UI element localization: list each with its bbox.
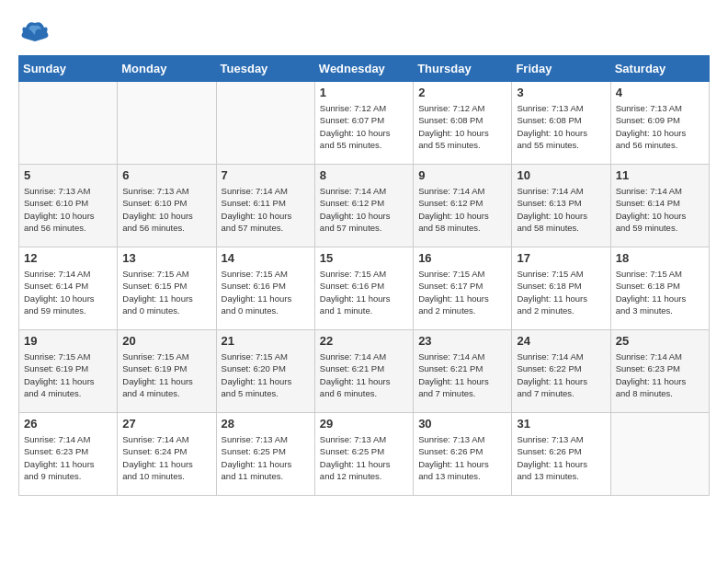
day-info: Sunrise: 7:14 AM Sunset: 6:12 PM Dayligh… — [418, 185, 506, 234]
day-number: 29 — [320, 417, 408, 431]
day-info: Sunrise: 7:14 AM Sunset: 6:13 PM Dayligh… — [517, 185, 605, 234]
calendar-cell: 8Sunrise: 7:14 AM Sunset: 6:12 PM Daylig… — [314, 165, 413, 247]
day-number: 30 — [418, 417, 506, 431]
day-info: Sunrise: 7:13 AM Sunset: 6:26 PM Dayligh… — [517, 433, 605, 482]
calendar-cell: 13Sunrise: 7:15 AM Sunset: 6:15 PM Dayli… — [118, 247, 216, 330]
day-number: 27 — [122, 417, 210, 431]
day-info: Sunrise: 7:13 AM Sunset: 6:25 PM Dayligh… — [320, 433, 408, 482]
calendar-cell: 15Sunrise: 7:15 AM Sunset: 6:16 PM Dayli… — [314, 247, 413, 330]
calendar-cell: 12Sunrise: 7:14 AM Sunset: 6:14 PM Dayli… — [19, 247, 118, 330]
day-info: Sunrise: 7:14 AM Sunset: 6:21 PM Dayligh… — [418, 350, 506, 399]
header — [18, 18, 710, 46]
day-number: 20 — [122, 334, 210, 348]
day-number: 12 — [24, 251, 112, 265]
day-info: Sunrise: 7:13 AM Sunset: 6:25 PM Dayligh… — [222, 433, 310, 482]
day-info: Sunrise: 7:15 AM Sunset: 6:19 PM Dayligh… — [122, 350, 210, 399]
logo-icon — [21, 18, 49, 46]
day-number: 21 — [222, 334, 310, 348]
calendar-cell: 23Sunrise: 7:14 AM Sunset: 6:21 PM Dayli… — [414, 330, 512, 413]
day-number: 6 — [122, 168, 210, 182]
day-number: 1 — [320, 86, 408, 99]
weekday-header-tuesday: Tuesday — [216, 56, 314, 82]
day-info: Sunrise: 7:14 AM Sunset: 6:23 PM Dayligh… — [616, 350, 704, 399]
day-info: Sunrise: 7:14 AM Sunset: 6:22 PM Dayligh… — [517, 350, 605, 399]
day-info: Sunrise: 7:15 AM Sunset: 6:15 PM Dayligh… — [122, 268, 210, 316]
day-info: Sunrise: 7:14 AM Sunset: 6:23 PM Dayligh… — [24, 433, 112, 482]
day-info: Sunrise: 7:15 AM Sunset: 6:19 PM Dayligh… — [24, 350, 112, 399]
day-number: 14 — [222, 251, 310, 265]
calendar-cell: 10Sunrise: 7:14 AM Sunset: 6:13 PM Dayli… — [512, 165, 610, 247]
calendar-cell: 22Sunrise: 7:14 AM Sunset: 6:21 PM Dayli… — [314, 330, 413, 413]
day-info: Sunrise: 7:14 AM Sunset: 6:12 PM Dayligh… — [320, 185, 408, 234]
calendar-cell: 28Sunrise: 7:13 AM Sunset: 6:25 PM Dayli… — [216, 413, 314, 496]
day-number: 4 — [616, 86, 704, 99]
day-info: Sunrise: 7:14 AM Sunset: 6:14 PM Dayligh… — [616, 185, 704, 234]
day-number: 28 — [222, 417, 310, 431]
calendar-cell: 21Sunrise: 7:15 AM Sunset: 6:20 PM Dayli… — [216, 330, 314, 413]
day-info: Sunrise: 7:13 AM Sunset: 6:08 PM Dayligh… — [517, 102, 605, 151]
day-info: Sunrise: 7:12 AM Sunset: 6:08 PM Dayligh… — [418, 102, 506, 151]
day-number: 9 — [418, 168, 506, 182]
day-info: Sunrise: 7:14 AM Sunset: 6:11 PM Dayligh… — [222, 185, 310, 234]
day-number: 11 — [616, 168, 704, 182]
calendar-cell: 14Sunrise: 7:15 AM Sunset: 6:16 PM Dayli… — [216, 247, 314, 330]
calendar-cell — [19, 82, 118, 165]
calendar-cell: 9Sunrise: 7:14 AM Sunset: 6:12 PM Daylig… — [414, 165, 512, 247]
weekday-header-thursday: Thursday — [414, 56, 512, 82]
day-number: 5 — [24, 168, 112, 182]
day-info: Sunrise: 7:13 AM Sunset: 6:09 PM Dayligh… — [616, 102, 704, 151]
calendar-cell: 16Sunrise: 7:15 AM Sunset: 6:17 PM Dayli… — [414, 247, 512, 330]
calendar-cell: 2Sunrise: 7:12 AM Sunset: 6:08 PM Daylig… — [414, 82, 512, 165]
day-number: 22 — [320, 334, 408, 348]
day-number: 24 — [517, 334, 605, 348]
day-number: 25 — [616, 334, 704, 348]
calendar-cell: 24Sunrise: 7:14 AM Sunset: 6:22 PM Dayli… — [512, 330, 610, 413]
weekday-header-sunday: Sunday — [19, 56, 118, 82]
calendar-cell: 11Sunrise: 7:14 AM Sunset: 6:14 PM Dayli… — [610, 165, 709, 247]
day-info: Sunrise: 7:15 AM Sunset: 6:16 PM Dayligh… — [320, 268, 408, 316]
day-number: 2 — [418, 86, 506, 99]
day-info: Sunrise: 7:14 AM Sunset: 6:14 PM Dayligh… — [24, 268, 112, 316]
week-row-3: 12Sunrise: 7:14 AM Sunset: 6:14 PM Dayli… — [19, 247, 710, 330]
week-row-2: 5Sunrise: 7:13 AM Sunset: 6:10 PM Daylig… — [19, 165, 710, 247]
calendar-cell — [610, 413, 709, 496]
day-number: 16 — [418, 251, 506, 265]
calendar-cell: 20Sunrise: 7:15 AM Sunset: 6:19 PM Dayli… — [118, 330, 216, 413]
logo — [18, 18, 51, 46]
weekday-header-monday: Monday — [118, 56, 216, 82]
calendar-cell: 19Sunrise: 7:15 AM Sunset: 6:19 PM Dayli… — [19, 330, 118, 413]
day-info: Sunrise: 7:15 AM Sunset: 6:16 PM Dayligh… — [222, 268, 310, 316]
weekday-header-wednesday: Wednesday — [314, 56, 413, 82]
day-info: Sunrise: 7:15 AM Sunset: 6:18 PM Dayligh… — [616, 268, 704, 316]
day-number: 31 — [517, 417, 605, 431]
day-info: Sunrise: 7:15 AM Sunset: 6:20 PM Dayligh… — [222, 350, 310, 399]
calendar-cell: 4Sunrise: 7:13 AM Sunset: 6:09 PM Daylig… — [610, 82, 709, 165]
day-info: Sunrise: 7:13 AM Sunset: 6:10 PM Dayligh… — [24, 185, 112, 234]
day-info: Sunrise: 7:15 AM Sunset: 6:17 PM Dayligh… — [418, 268, 506, 316]
day-number: 19 — [24, 334, 112, 348]
day-number: 13 — [122, 251, 210, 265]
calendar-cell: 27Sunrise: 7:14 AM Sunset: 6:24 PM Dayli… — [118, 413, 216, 496]
weekday-header-saturday: Saturday — [610, 56, 709, 82]
weekday-header-row: SundayMondayTuesdayWednesdayThursdayFrid… — [19, 56, 710, 82]
week-row-1: 1Sunrise: 7:12 AM Sunset: 6:07 PM Daylig… — [19, 82, 710, 165]
calendar-cell: 5Sunrise: 7:13 AM Sunset: 6:10 PM Daylig… — [19, 165, 118, 247]
calendar-cell: 29Sunrise: 7:13 AM Sunset: 6:25 PM Dayli… — [314, 413, 413, 496]
day-info: Sunrise: 7:14 AM Sunset: 6:21 PM Dayligh… — [320, 350, 408, 399]
calendar-cell: 17Sunrise: 7:15 AM Sunset: 6:18 PM Dayli… — [512, 247, 610, 330]
day-number: 17 — [517, 251, 605, 265]
day-number: 15 — [320, 251, 408, 265]
day-number: 3 — [517, 86, 605, 99]
calendar-table: SundayMondayTuesdayWednesdayThursdayFrid… — [18, 55, 710, 496]
day-number: 23 — [418, 334, 506, 348]
calendar-cell: 31Sunrise: 7:13 AM Sunset: 6:26 PM Dayli… — [512, 413, 610, 496]
day-number: 10 — [517, 168, 605, 182]
day-number: 7 — [222, 168, 310, 182]
day-info: Sunrise: 7:14 AM Sunset: 6:24 PM Dayligh… — [122, 433, 210, 482]
week-row-5: 26Sunrise: 7:14 AM Sunset: 6:23 PM Dayli… — [19, 413, 710, 496]
day-info: Sunrise: 7:15 AM Sunset: 6:18 PM Dayligh… — [517, 268, 605, 316]
day-info: Sunrise: 7:13 AM Sunset: 6:10 PM Dayligh… — [122, 185, 210, 234]
calendar-cell: 6Sunrise: 7:13 AM Sunset: 6:10 PM Daylig… — [118, 165, 216, 247]
calendar-cell: 18Sunrise: 7:15 AM Sunset: 6:18 PM Dayli… — [610, 247, 709, 330]
weekday-header-friday: Friday — [512, 56, 610, 82]
